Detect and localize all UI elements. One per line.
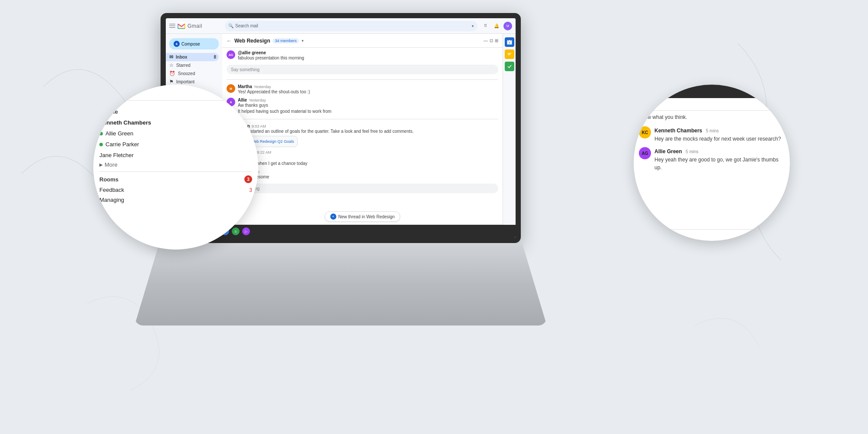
message-row: AG @allie greene fabulous presentation t… — [227, 50, 498, 61]
message-time: 9:03 AM — [252, 124, 266, 128]
person-name-kenneth: Kenneth Chambers — [99, 119, 151, 126]
gmail-main: ← Web Redesign 34 members ▾ — ⊡ ⊞ — [222, 34, 503, 225]
section-divider — [227, 79, 498, 80]
popup-message-content-allie: Allie Green 5 mins Hey yeah they are goo… — [654, 147, 785, 171]
search-input[interactable]: Search mail — [235, 23, 470, 28]
room-item-managing[interactable]: Managing — [99, 195, 252, 205]
message-header: Kenneth 9:22 AM — [238, 150, 498, 155]
status-active: Active — [639, 102, 657, 107]
popup-message-header: Kenneth Chambers 5 mins — [654, 126, 781, 134]
chat-header-icons: — ⊡ ⊞ — [483, 38, 498, 43]
back-arrow[interactable]: ← — [227, 38, 232, 44]
hamburger-icon[interactable] — [169, 24, 175, 28]
panel-icon-checked[interactable] — [505, 62, 514, 71]
message-row: E Ethan 9:03 AM Hey! I started an outlin… — [227, 124, 498, 147]
compose-button[interactable]: + Compose — [169, 38, 219, 49]
popout-btn[interactable]: ⊞ — [495, 38, 498, 43]
nav-item-snoozed[interactable]: ⏰ Snoozed — [166, 69, 219, 78]
popup-text-allie: Hey yeah they are good to go, we got Jam… — [654, 156, 785, 171]
say-something-placeholder: Say something — [231, 67, 260, 72]
gmail-logo-area: Gmail — [169, 22, 221, 30]
members-badge: 34 members — [273, 38, 299, 43]
person-item-carrie[interactable]: Carrie Parker — [99, 139, 252, 150]
room-name-managing: Managing — [99, 197, 124, 203]
divider — [99, 171, 252, 172]
new-thread-area: + New thread in Web Redesign — [222, 209, 503, 225]
avatar: AG — [227, 50, 235, 59]
say-something-input-2[interactable]: Say something — [227, 184, 498, 193]
inbox-badge: 8 — [214, 55, 216, 59]
zoom-circle-right: e Green — ⤢ ✕ Active ⋮ know what you thi… — [634, 85, 790, 241]
people-label: People — [99, 108, 118, 115]
popup-time-kenneth: 5 mins — [706, 128, 718, 133]
important-label: Important — [176, 79, 194, 84]
laptop-base — [135, 243, 547, 326]
header-icons: ⠿ 🔔 U — [481, 22, 512, 30]
message-row: M Martha Yesterday Yes! Appreciated the … — [227, 84, 498, 95]
new-thread-button[interactable]: + New thread in Web Redesign — [325, 211, 401, 222]
gmail-logo-text: Gmail — [187, 23, 202, 29]
room-name-feedback: Feedback — [99, 187, 124, 193]
expand-btn[interactable]: ⊡ — [490, 38, 493, 43]
message-header: @allie greene — [238, 50, 498, 55]
new-thread-plus-icon: + — [330, 214, 336, 220]
sender-name: Martha — [238, 84, 252, 89]
nav-item-starred[interactable]: ☆ Starred — [166, 61, 219, 69]
gmail-m-logo — [177, 22, 186, 30]
nav-item-inbox[interactable]: ✉ Inbox 8 — [166, 53, 219, 61]
more-label: More — [105, 161, 118, 168]
popup-text-kenneth: Hey are the mocks ready for next week us… — [654, 135, 781, 143]
message-header: Kylie 5 min — [238, 169, 498, 174]
popup-sender-kenneth: Kenneth Chambers — [654, 128, 702, 134]
message-text: ExcellentI'll review when I get a chance… — [238, 155, 498, 167]
new-thread-label: New thread in Web Redesign — [339, 214, 395, 219]
message-text: Looks awesome — [238, 174, 498, 180]
expand-icon[interactable]: ⤢ — [773, 89, 778, 95]
reply-button[interactable]: Reply — [644, 233, 657, 238]
panel-icon-tasks[interactable] — [505, 49, 514, 59]
chat-popup-status: Active ⋮ — [634, 98, 790, 111]
inbox-label: Inbox — [176, 55, 187, 59]
popup-message-content: Kenneth Chambers 5 mins Hey are the mock… — [654, 126, 781, 143]
gmail-right-panel: 7 — [503, 34, 516, 225]
message-row: A Allie Yesterday Aw thanks guysIt helpe… — [227, 98, 498, 115]
search-dropdown[interactable]: ▾ — [472, 24, 474, 28]
rooms-badge: 3 — [244, 175, 252, 183]
minimize-btn[interactable]: — — [483, 38, 488, 43]
message-header: Martha Yesterday — [238, 84, 498, 89]
panel-icon-calendar[interactable]: 7 — [505, 37, 514, 47]
more-button[interactable]: ▶ More — [99, 161, 252, 168]
person-item-jane[interactable]: Jane Fletcher — [99, 150, 252, 161]
message-content: Ethan 9:03 AM Hey! I started an outline … — [238, 124, 498, 147]
room-item-feedback[interactable]: Feedback 3 — [99, 185, 252, 195]
members-dropdown[interactable]: ▾ — [302, 39, 304, 43]
message-content: Kylie 5 min Looks awesome — [238, 169, 498, 180]
taskbar-play[interactable]: ▷ — [242, 227, 250, 235]
chevron-right-icon: ▶ — [99, 162, 103, 167]
sender-name: @allie greene — [238, 50, 266, 55]
person-item-kenneth[interactable]: Kenneth Chambers 1 — [99, 117, 252, 128]
chat-header: ← Web Redesign 34 members ▾ — ⊡ ⊞ — [222, 34, 503, 48]
message-time: Yesterday — [249, 98, 266, 102]
room-badge-feedback: 3 — [249, 187, 252, 193]
minimize-icon[interactable]: — — [766, 89, 771, 95]
person-item-allie[interactable]: Allie Green — [99, 128, 252, 139]
taskbar-sheets[interactable]: S — [232, 227, 240, 235]
message-text: Yes! Appreciated the shout-outs too :) — [238, 89, 498, 95]
say-something-input-1[interactable]: Say something — [227, 65, 498, 74]
message-time: 9:22 AM — [257, 150, 271, 155]
apps-icon[interactable]: ⠿ — [481, 22, 490, 30]
message-content: Kenneth 9:22 AM ExcellentI'll review whe… — [238, 150, 498, 167]
notifications-icon[interactable]: 🔔 — [492, 22, 501, 30]
search-bar[interactable]: 🔍 Search mail ▾ — [225, 21, 477, 31]
chat-popup-title: e Green — [639, 88, 659, 95]
more-options-icon[interactable]: ⋮ — [779, 101, 785, 108]
gmail-header: Gmail 🔍 Search mail ▾ ⠿ 🔔 U — [166, 18, 516, 34]
user-avatar[interactable]: U — [503, 22, 512, 30]
message-text: fabulous presentation this morning — [238, 55, 498, 61]
close-icon[interactable]: ✕ — [780, 89, 785, 95]
popup-message-header-allie: Allie Green 5 mins — [654, 147, 785, 155]
starred-icon: ☆ — [169, 62, 174, 68]
snoozed-icon: ⏰ — [169, 71, 175, 76]
message-text: Hey! I started an outline of goals for t… — [238, 128, 498, 135]
